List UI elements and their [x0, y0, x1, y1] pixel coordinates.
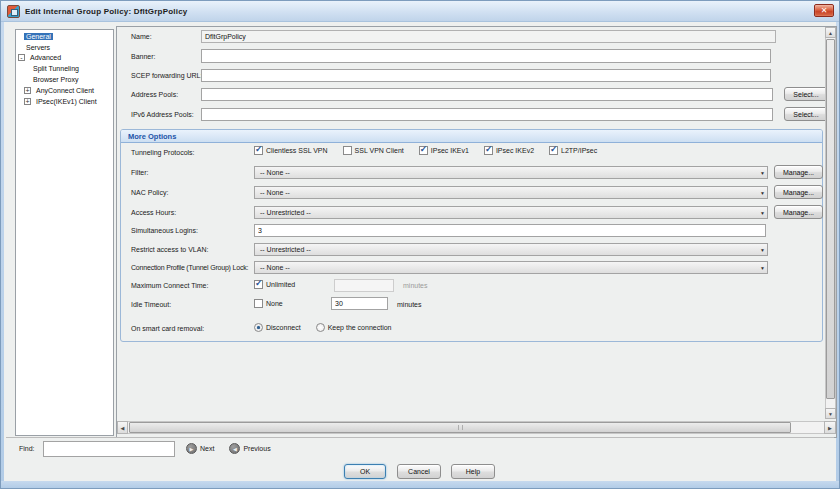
tree-item-advanced[interactable]: - Advanced — [16, 53, 113, 64]
max-connect-minutes-unit: minutes — [403, 282, 428, 289]
ipv6-pools-input[interactable] — [201, 108, 773, 121]
chevron-down-icon: ▼ — [760, 244, 765, 255]
find-next-label[interactable]: Next — [200, 445, 214, 452]
find-previous-icon[interactable]: ◀ — [229, 443, 240, 454]
more-options-title: More Options — [128, 132, 176, 141]
scroll-up-icon[interactable]: ▲ — [825, 27, 836, 38]
max-connect-minutes-input — [334, 279, 394, 292]
frame-left — [1, 22, 4, 488]
tree-item-label: Advanced — [28, 54, 63, 61]
disconnect-radio-label: Disconnect — [266, 324, 301, 331]
smart-card-removal-row: Disconnect Keep the connection — [254, 323, 391, 332]
keep-connection-radio[interactable] — [316, 323, 325, 332]
filter-manage-button[interactable]: Manage... — [774, 165, 823, 179]
tree-item-ipsec-client[interactable]: + IPsec(IKEv1) Client — [16, 96, 113, 107]
idle-timeout-row: None — [254, 299, 283, 308]
tunnel-group-lock-value: -- None -- — [260, 264, 290, 271]
tree-item-label: AnyConnect Client — [34, 87, 96, 94]
tunneling-protocols-label: Tunneling Protocols: — [131, 149, 195, 156]
name-label: Name: — [131, 33, 152, 40]
clientless-ssl-vpn-checkbox[interactable]: ✓ — [254, 146, 263, 155]
max-connect-time-row: ✓ Unlimited — [254, 280, 295, 289]
check-icon: ✓ — [255, 144, 263, 154]
vlan-dropdown[interactable]: -- Unrestricted -- ▼ — [254, 243, 768, 256]
tree-item-split-tunneling[interactable]: Split Tunneling — [16, 63, 113, 74]
more-options-header[interactable]: More Options — [121, 130, 822, 143]
access-hours-manage-button[interactable]: Manage... — [774, 205, 823, 219]
banner-input[interactable] — [201, 49, 771, 63]
close-icon[interactable]: ✕ — [814, 4, 834, 17]
idle-timeout-label: Idle Timeout: — [131, 301, 171, 308]
scroll-right-icon[interactable]: ▶ — [824, 421, 836, 434]
ipv6-pools-select-button[interactable]: Select... — [784, 107, 828, 121]
address-pools-select-button[interactable]: Select... — [784, 87, 828, 101]
nac-policy-manage-button[interactable]: Manage... — [774, 185, 823, 199]
disconnect-radio[interactable] — [254, 323, 263, 332]
idle-timeout-minutes-input[interactable] — [331, 297, 388, 310]
tree-item-browser-proxy[interactable]: Browser Proxy — [16, 74, 113, 85]
tunnel-group-lock-label: Connection Profile (Tunnel Group) Lock: — [131, 264, 248, 271]
checkbox-label: IPsec IKEv2 — [496, 147, 534, 154]
tunneling-protocols-row: ✓ Clientless SSL VPN SSL VPN Client ✓ IP… — [254, 146, 597, 155]
idle-none-checkbox-label: None — [266, 300, 283, 307]
scroll-left-icon[interactable]: ◀ — [117, 421, 128, 434]
idle-timeout-minutes-unit: minutes — [397, 301, 422, 308]
scroll-down-icon[interactable]: ▼ — [825, 408, 836, 419]
vertical-scroll-thumb[interactable] — [826, 39, 835, 399]
scep-url-input[interactable] — [201, 69, 771, 82]
smart-card-removal-label: On smart card removal: — [131, 325, 204, 332]
tree-item-label: Browser Proxy — [31, 76, 81, 83]
titlebar: Edit Internal Group Policy: DfltGrpPolic… — [1, 1, 839, 22]
tree-item-label: Split Tunneling — [31, 65, 81, 72]
checkbox-label: L2TP/IPsec — [561, 147, 597, 154]
tree-item-general[interactable]: General — [16, 31, 113, 42]
address-pools-input[interactable] — [201, 88, 773, 101]
filter-value: -- None -- — [260, 169, 290, 176]
access-hours-value: -- Unrestricted -- — [260, 209, 311, 216]
ok-button[interactable]: OK — [344, 464, 386, 479]
nac-policy-label: NAC Policy: — [131, 189, 168, 196]
cancel-button[interactable]: Cancel — [397, 464, 441, 479]
ipv6-pools-label: IPv6 Address Pools: — [131, 111, 194, 118]
tree-item-servers[interactable]: Servers — [16, 42, 113, 53]
access-hours-label: Access Hours: — [131, 209, 176, 216]
tree-item-label: General — [24, 33, 53, 40]
filter-dropdown[interactable]: -- None -- ▼ — [254, 166, 768, 179]
scep-url-label: SCEP forwarding URL: — [131, 72, 202, 79]
unlimited-checkbox[interactable]: ✓ — [254, 280, 263, 289]
vlan-label: Restrict access to VLAN: — [131, 246, 208, 253]
find-input[interactable] — [43, 441, 175, 457]
check-icon: ✓ — [255, 278, 263, 288]
find-previous-label[interactable]: Previous — [243, 445, 270, 452]
checkbox-label: IPsec IKEv1 — [431, 147, 469, 154]
idle-none-checkbox[interactable] — [254, 299, 263, 308]
expand-icon[interactable]: + — [24, 87, 31, 94]
tree-item-anyconnect-client[interactable]: + AnyConnect Client — [16, 85, 113, 96]
find-next-icon[interactable]: ▶ — [186, 443, 197, 454]
nac-policy-value: -- None -- — [260, 189, 290, 196]
help-button[interactable]: Help — [451, 464, 495, 479]
l2tp-ipsec-checkbox[interactable]: ✓ — [549, 146, 558, 155]
frame-bottom — [1, 481, 839, 488]
access-hours-dropdown[interactable]: -- Unrestricted -- ▼ — [254, 206, 768, 219]
checkbox-label: Clientless SSL VPN — [266, 147, 328, 154]
address-pools-label: Address Pools: — [131, 91, 178, 98]
chevron-down-icon: ▼ — [760, 167, 765, 178]
banner-label: Banner: — [131, 53, 156, 60]
keep-connection-radio-label: Keep the connection — [328, 324, 392, 331]
nac-policy-dropdown[interactable]: -- None -- ▼ — [254, 186, 768, 199]
ssl-vpn-client-checkbox[interactable] — [343, 146, 352, 155]
tree-item-label: Servers — [24, 44, 52, 51]
simultaneous-logins-label: Simultaneous Logins: — [131, 227, 198, 234]
ipsec-ikev2-checkbox[interactable]: ✓ — [484, 146, 493, 155]
edit-group-policy-dialog: Edit Internal Group Policy: DfltGrpPolic… — [0, 0, 840, 489]
simultaneous-logins-input[interactable] — [254, 224, 766, 237]
horizontal-scroll-thumb[interactable] — [129, 422, 791, 433]
vlan-value: -- Unrestricted -- — [260, 246, 311, 253]
collapse-icon[interactable]: - — [18, 54, 25, 61]
expand-icon[interactable]: + — [24, 98, 31, 105]
chevron-down-icon: ▼ — [760, 262, 765, 273]
tunnel-group-lock-dropdown[interactable]: -- None -- ▼ — [254, 261, 768, 274]
ipsec-ikev1-checkbox[interactable]: ✓ — [419, 146, 428, 155]
window-title: Edit Internal Group Policy: DfltGrpPolic… — [25, 7, 187, 16]
